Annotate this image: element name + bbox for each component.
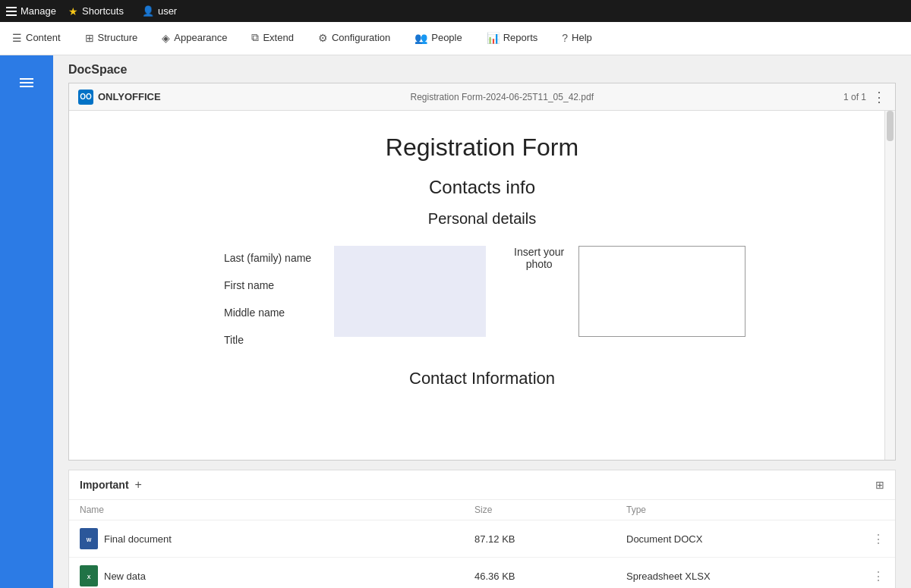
important-title: Important [80,479,129,491]
shortcuts-button[interactable]: ★ Shortcuts [68,5,124,17]
file-name-cell: W Final document [80,528,474,549]
people-icon: 👥 [415,32,427,44]
pdf-content[interactable]: Registration Form Contacts info Personal… [69,111,895,460]
field-last-name: Last (family) name [224,252,311,264]
appearance-icon: ◈ [162,32,170,44]
content-icon: ☰ [12,32,22,44]
file-type: Document DOCX [626,533,854,545]
user-label: user [158,5,177,17]
nav-help-label: Help [572,32,592,43]
manage-label: Manage [20,5,56,17]
contact-information-heading: Contact Information [409,369,555,388]
structure-icon: ⊞ [85,32,94,44]
photo-label: Insert your photo [509,246,569,270]
extend-icon: ⧉ [251,31,259,44]
nav-people-label: People [431,32,462,43]
pdf-logo: OO ONLYOFFICE [78,90,161,105]
nav-help[interactable]: ? Help [550,22,604,55]
important-header: Important + ⊞ [69,470,895,500]
top-bar: Manage ★ Shortcuts 👤 user [0,0,911,22]
help-icon: ? [562,32,568,44]
docx-file-icon: W [80,528,98,549]
xlsx-file-icon: X [80,565,98,586]
photo-section: Insert your photo [509,246,746,337]
file-name: New data [104,571,146,582]
personal-details-row: Last (family) name First name Middle nam… [224,246,740,346]
table-row[interactable]: X New data 46.36 KB Spreadsheet XLSX ⋮ [69,558,895,588]
nav-configuration[interactable]: ⚙ Configuration [306,22,402,55]
contacts-info-heading: Contacts info [429,177,535,198]
col-actions-header [854,505,884,515]
svg-text:W: W [87,537,92,542]
nav-extend-label: Extend [263,32,293,43]
add-button[interactable]: + [135,478,142,492]
pdf-pages-info: 1 of 1 ⋮ [843,89,886,105]
main-layout: DocSpace OO ONLYOFFICE Registration Form… [0,55,911,588]
col-size-header: Size [474,505,626,515]
personal-details-heading: Personal details [428,210,536,228]
sidebar-menu-button[interactable] [11,68,42,98]
grid-view-icon[interactable]: ⊞ [875,479,884,491]
nav-appearance-label: Appearance [174,32,227,43]
pdf-filename: Registration Form-2024-06-25T11_05_42.pd… [411,92,594,102]
pdf-scrollbar[interactable] [884,111,895,460]
pdf-toolbar: OO ONLYOFFICE Registration Form-2024-06-… [69,83,895,111]
file-row-more-button[interactable]: ⋮ [854,569,884,583]
file-name-cell: X New data [80,565,474,586]
nav-people[interactable]: 👥 People [402,22,474,55]
file-type: Spreadsheet XLSX [626,571,854,582]
file-size: 87.12 KB [474,533,626,545]
nav-bar: ☰ Content ⊞ Structure ◈ Appearance ⧉ Ext… [0,22,911,55]
onlyoffice-logo-icon: OO [78,90,93,105]
nav-extend[interactable]: ⧉ Extend [239,22,305,55]
col-type-header: Type [626,505,854,515]
nav-config-label: Configuration [332,32,390,43]
photo-box[interactable] [578,246,746,337]
important-section: Important + ⊞ Name Size Type W [68,470,896,588]
hamburger-icon [6,7,17,16]
nav-appearance[interactable]: ◈ Appearance [150,22,239,55]
star-icon: ★ [68,5,78,17]
pdf-more-button[interactable]: ⋮ [872,89,886,105]
svg-text:X: X [87,574,91,580]
pdf-pages-label: 1 of 1 [843,92,866,102]
file-name: Final document [104,533,172,545]
pdf-scroll-handle[interactable] [887,111,894,141]
nav-reports[interactable]: 📊 Reports [474,22,550,55]
shortcuts-label: Shortcuts [82,5,124,17]
user-button[interactable]: 👤 user [142,5,177,17]
nav-structure[interactable]: ⊞ Structure [73,22,150,55]
table-header: Name Size Type [69,500,895,520]
sidebar-hamburger-icon [20,76,33,90]
table-row[interactable]: W Final document 87.12 KB Document DOCX … [69,520,895,558]
important-title-row: Important + [80,478,142,492]
reports-icon: 📊 [487,32,500,44]
sidebar [0,55,53,588]
nav-structure-label: Structure [98,32,138,43]
nav-content[interactable]: ☰ Content [0,22,73,55]
docspace-title: DocSpace [53,55,911,83]
manage-button[interactable]: Manage [6,5,56,17]
col-name-header: Name [80,505,474,515]
form-title: Registration Form [386,134,578,162]
file-size: 46.36 KB [474,571,626,582]
onlyoffice-label: ONLYOFFICE [98,91,161,102]
nav-reports-label: Reports [503,32,538,43]
field-title: Title [224,334,311,346]
field-input-box[interactable] [334,246,486,337]
content-area: DocSpace OO ONLYOFFICE Registration Form… [53,55,911,588]
config-icon: ⚙ [318,32,328,44]
field-labels: Last (family) name First name Middle nam… [224,246,311,346]
field-first-name: First name [224,279,311,291]
pdf-viewer: OO ONLYOFFICE Registration Form-2024-06-… [68,83,896,461]
field-middle-name: Middle name [224,307,311,319]
nav-content-label: Content [26,32,61,43]
user-icon: 👤 [142,5,154,17]
file-row-more-button[interactable]: ⋮ [854,532,884,546]
